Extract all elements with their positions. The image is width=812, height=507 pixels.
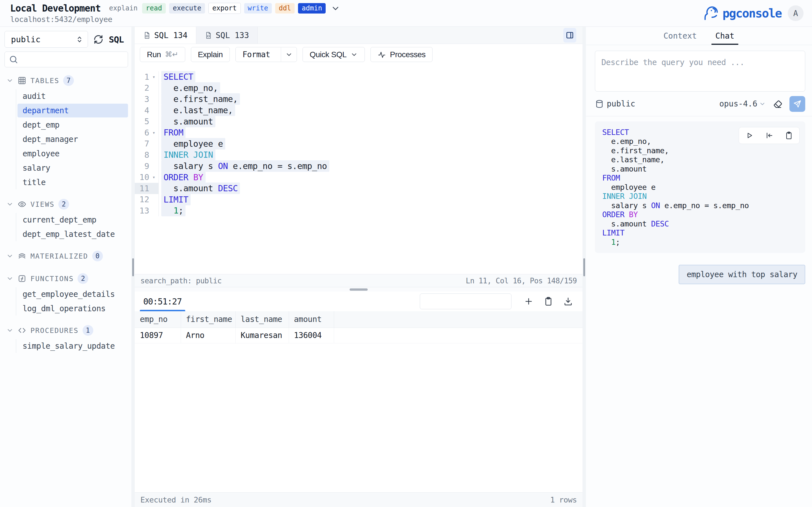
column-header-amount[interactable]: amount	[289, 311, 334, 328]
assistant-code-line: LIMIT	[602, 228, 798, 238]
selection-highlight: employee e	[161, 138, 225, 150]
sidebar-item-dept_emp_latest_date[interactable]: dept_emp_latest_date	[17, 227, 128, 241]
column-header-last_name[interactable]: last_name	[236, 311, 289, 328]
explain-label: Explain	[198, 50, 223, 59]
line-number: 3	[135, 94, 149, 104]
run-snippet-button[interactable]	[745, 131, 754, 140]
sql-mode-label: SQL	[109, 34, 124, 45]
table-cell: 10897	[135, 328, 181, 343]
run-button[interactable]: Run ⌘↵	[140, 47, 185, 62]
sql-token: INNER JOIN	[602, 192, 647, 201]
column-header-emp_no[interactable]: emp_no	[135, 311, 181, 328]
permission-badge-ddl[interactable]: ddl	[275, 3, 295, 14]
permission-badge-write[interactable]: write	[244, 3, 272, 14]
results-resize-handle[interactable]	[350, 288, 368, 291]
chat-resize-handle[interactable]	[583, 258, 585, 276]
sidebar-section-header-procedures[interactable]: PROCEDURES1	[4, 323, 128, 338]
context-schema-label: public	[607, 99, 635, 108]
sidebar-item-log_dml_operations[interactable]: log_dml_operations	[17, 302, 128, 316]
permission-badge-export[interactable]: export	[208, 3, 241, 14]
sidebar-item-audit[interactable]: audit	[17, 89, 128, 103]
execution-time: Executed in 26ms	[140, 496, 211, 504]
line-number: 9	[135, 161, 149, 171]
fold-marker-icon[interactable]: ▾	[149, 74, 158, 80]
permission-badge-read[interactable]: read	[142, 3, 166, 14]
tab-chat[interactable]: Chat	[710, 27, 739, 45]
sidebar-item-get_employee_details[interactable]: get_employee_details	[17, 287, 128, 301]
editor-line-code: employee e	[159, 139, 225, 149]
section-count-badge: 2	[78, 273, 88, 284]
fold-marker-icon[interactable]: ▾	[149, 130, 158, 135]
fold-marker-icon[interactable]: ▾	[149, 174, 158, 180]
results-splitter	[135, 287, 582, 291]
download-icon	[563, 297, 573, 306]
format-button[interactable]: Format	[236, 47, 297, 62]
editor-line-1: 1▾SELECT	[135, 71, 582, 82]
editor-toolbar: Run ⌘↵ Explain Format Quick SQL	[135, 44, 582, 65]
column-header-first_name[interactable]: first_name	[181, 311, 236, 328]
sidebar-item-simple_salary_update[interactable]: simple_salary_update	[17, 339, 128, 353]
sql-token: DESC	[651, 219, 669, 228]
sidebar-item-current_dept_emp[interactable]: current_dept_emp	[17, 213, 128, 227]
avatar[interactable]: A	[788, 5, 804, 21]
sql-editor[interactable]: 1▾SELECT2 e.emp_no,3 e.first_name,4 e.la…	[135, 65, 582, 274]
refresh-schema-button[interactable]	[93, 34, 104, 45]
sidebar-item-dept_manager[interactable]: dept_manager	[17, 132, 128, 146]
results-search-input[interactable]	[426, 297, 521, 305]
schema-select[interactable]: public	[4, 31, 88, 48]
copy-results-button[interactable]	[544, 297, 553, 306]
processes-button[interactable]: Processes	[370, 47, 433, 62]
connection-title: Local Development	[10, 3, 101, 14]
sidebar-section-label: VIEWS	[31, 200, 54, 209]
sidebar-section-functions: FUNCTIONS2get_employee_detailslog_dml_op…	[4, 271, 128, 316]
sidebar-search-input[interactable]	[21, 55, 124, 64]
permission-badge-admin[interactable]: admin	[298, 3, 326, 14]
download-results-button[interactable]	[563, 297, 573, 306]
column-header-filler	[334, 311, 582, 328]
connection-chevron-down-icon[interactable]	[331, 4, 340, 13]
sidebar-item-employee[interactable]: employee	[17, 147, 128, 161]
section-count-badge: 1	[83, 325, 93, 336]
quick-sql-button[interactable]: Quick SQL	[303, 47, 365, 62]
sidebar-section-header-views[interactable]: VIEWS2	[4, 196, 128, 212]
copy-snippet-button[interactable]	[784, 131, 793, 140]
chat-prompt-input[interactable]	[595, 51, 805, 92]
sidebar-section-header-functions[interactable]: FUNCTIONS2	[4, 271, 128, 286]
editor-line-code: e.last_name,	[159, 105, 235, 115]
insert-snippet-button[interactable]	[765, 131, 773, 140]
sidebar-item-title[interactable]: title	[17, 175, 128, 189]
sql-token: e.last_name,	[163, 105, 233, 115]
context-schema-chip[interactable]: public	[595, 99, 635, 108]
schema-select-value: public	[11, 35, 41, 44]
sidebar-item-department[interactable]: department	[17, 104, 128, 117]
sql-token: FROM	[602, 173, 620, 182]
line-number: 2	[135, 83, 149, 93]
editor-statusbar: search_path: public Ln 11, Col 16, Pos 1…	[135, 274, 582, 287]
editor-line-code: INNER JOIN	[159, 150, 215, 160]
fn-icon	[17, 274, 27, 283]
tab-context[interactable]: Context	[658, 27, 702, 45]
tab-sql-133[interactable]: SQL 133	[196, 27, 258, 44]
clear-chat-button[interactable]	[772, 99, 783, 109]
sidebar-item-dept_emp[interactable]: dept_emp	[17, 118, 128, 132]
format-chevron-down-icon[interactable]	[281, 47, 297, 62]
tab-sql-134[interactable]: SQL 134	[135, 27, 196, 44]
database-icon	[595, 100, 604, 108]
sidebar-section-label: FUNCTIONS	[31, 275, 73, 283]
sql-token: FROM	[163, 128, 183, 137]
model-select[interactable]: opus-4.6	[719, 99, 766, 108]
sidebar-item-salary[interactable]: salary	[17, 161, 128, 175]
results-tab[interactable]: 00:51:27	[140, 291, 185, 311]
explain-button[interactable]: Explain	[191, 47, 230, 62]
sidebar-resize-handle[interactable]	[132, 258, 134, 276]
send-button[interactable]	[790, 96, 805, 112]
sidebar-section-header-materialized[interactable]: MATERIALIZED0	[4, 248, 128, 264]
sidebar-section-header-tables[interactable]: TABLES7	[4, 73, 128, 88]
permission-badge-execute[interactable]: execute	[169, 3, 205, 14]
editor-gutter: 7	[135, 138, 159, 150]
table-cell: 136004	[289, 328, 334, 343]
add-result-tab-button[interactable]	[524, 297, 534, 306]
permission-badge-explain[interactable]: explain	[108, 3, 139, 14]
toggle-side-panel-button[interactable]	[563, 28, 576, 43]
table-row: 10897ArnoKumaresan136004	[135, 328, 582, 343]
